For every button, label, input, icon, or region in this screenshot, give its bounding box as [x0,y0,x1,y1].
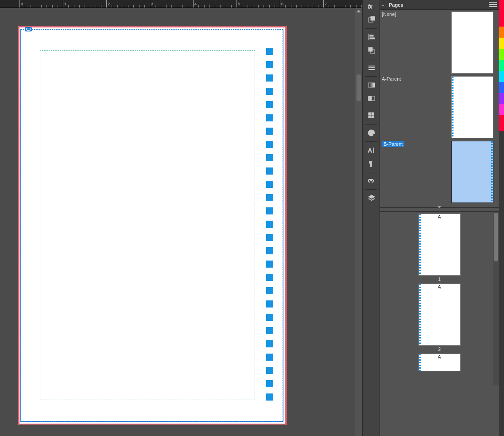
collapsed-panel-dock[interactable]: fxA¶ [362,0,380,436]
decorative-square[interactable] [266,274,273,281]
paragraph-icon[interactable]: ¶ [363,157,380,170]
layers-icon[interactable] [363,191,380,205]
decorative-square[interactable] [266,340,273,347]
page-thumbnail[interactable]: A [419,354,461,371]
master-page-label[interactable]: B-Parent [382,141,404,147]
panel-tabbar[interactable]: ⌄ Pages [380,0,499,10]
decorative-square[interactable] [266,154,273,161]
color-spectrum-strip[interactable] [499,0,504,436]
decorative-square[interactable] [266,74,273,82]
decorative-square[interactable] [266,234,273,241]
decorative-square[interactable] [266,167,273,175]
decorative-square[interactable] [266,207,273,214]
document-page-item[interactable]: A1 [380,214,499,282]
scrollbar-thumb[interactable] [494,213,498,261]
color-swatch[interactable] [499,49,504,60]
decorative-square[interactable] [266,101,273,108]
master-page-label[interactable]: [None] [382,11,396,17]
color-swatch[interactable] [499,60,504,71]
decorative-square[interactable] [266,194,273,201]
page-thumbnail[interactable]: A [419,214,461,276]
ruler-tick-major: 1 [63,0,66,8]
fx-icon[interactable]: fx [363,0,380,13]
master-page-row[interactable]: [None] [382,12,498,74]
master-page-row[interactable]: A-Parent [382,76,498,138]
horizontal-ruler[interactable]: 01234567 [0,0,362,8]
decorative-square[interactable] [266,327,273,334]
document-page-item[interactable]: A2 [380,284,499,352]
panel-menu-icon[interactable] [489,2,497,7]
decorative-square[interactable] [266,48,273,55]
svg-rect-14 [368,113,371,115]
svg-rect-15 [372,113,374,115]
decorative-square[interactable] [266,141,273,148]
applied-master-letter: A [438,214,441,219]
master-page-label[interactable]: A-Parent [382,75,401,82]
color-swatch[interactable] [499,38,504,49]
page-number-label: 2 [380,346,499,352]
color-swatch[interactable] [499,27,504,38]
decorative-square[interactable] [266,221,273,228]
master-page-row[interactable]: B-Parent [382,141,498,203]
character-icon[interactable]: A [363,144,380,157]
scrollbar-thumb[interactable] [357,74,361,101]
pages-scrollbar[interactable] [493,212,499,385]
color-swatch[interactable] [499,93,504,104]
decorative-square[interactable] [266,247,273,254]
decorative-square[interactable] [266,287,273,294]
pages-tab[interactable]: Pages [386,2,406,8]
master-page-thumbnail[interactable] [451,141,493,203]
master-page-thumbnail[interactable] [451,12,493,74]
decorative-square[interactable] [266,114,273,121]
color-palette-icon[interactable] [363,126,380,140]
links-icon[interactable] [363,174,380,187]
svg-rect-17 [372,116,374,118]
ruler-tick-major: 3 [150,0,153,8]
thread-link-icon[interactable] [25,27,32,31]
pathfinder-icon[interactable] [363,44,380,57]
document-pages-section[interactable]: A1A2A [380,212,499,385]
svg-rect-2 [371,16,375,20]
svg-rect-16 [368,116,371,118]
decorative-square[interactable] [266,300,273,308]
align-left-icon[interactable] [363,31,380,44]
document-page-item[interactable]: A [380,354,499,371]
transparency-icon[interactable] [363,92,380,105]
canvas-vertical-scrollbar[interactable] [355,8,362,436]
decorative-square[interactable] [266,393,273,401]
decorative-square[interactable] [266,354,273,361]
swatches-grid-icon[interactable] [363,109,380,122]
master-page-thumbnail[interactable] [451,76,493,138]
decorative-square[interactable] [266,261,273,268]
decorative-square[interactable] [266,88,273,95]
decorative-square[interactable] [266,61,273,68]
ruler-tick-major: 7 [323,0,327,8]
collapse-chevron-icon[interactable]: ⌄ [380,3,386,7]
applied-master-letter: A [438,284,441,289]
decorative-square[interactable] [266,181,273,188]
color-swatch[interactable] [499,115,504,131]
gradient-icon[interactable] [363,78,380,92]
decorative-square[interactable] [266,380,273,387]
color-swatch[interactable] [499,104,504,115]
color-swatch[interactable] [499,82,504,93]
color-swatch[interactable] [499,131,504,436]
svg-text:¶: ¶ [369,160,372,167]
decorative-square[interactable] [266,128,273,135]
page-number-label: 1 [380,276,499,282]
pages-panel[interactable]: ⌄ Pages [None]A-ParentB-Parent A1A2A [380,0,499,436]
decorative-square[interactable] [266,367,273,374]
document-page[interactable] [19,27,285,424]
canvas-pasteboard[interactable] [0,8,362,436]
color-swatch[interactable] [499,71,504,82]
page-thumbnail[interactable]: A [419,284,461,346]
panel-splitter[interactable] [380,207,499,212]
color-swatch[interactable] [499,0,504,27]
master-pages-section[interactable]: [None]A-ParentB-Parent [380,10,499,203]
ruler-tick-major: 4 [193,0,197,8]
object-styles-icon[interactable] [363,13,380,27]
stroke-lines-icon[interactable] [363,61,380,74]
decorative-square[interactable] [266,314,273,321]
ruler-tick-major: 0 [19,0,23,8]
applied-master-letter: A [438,354,441,359]
